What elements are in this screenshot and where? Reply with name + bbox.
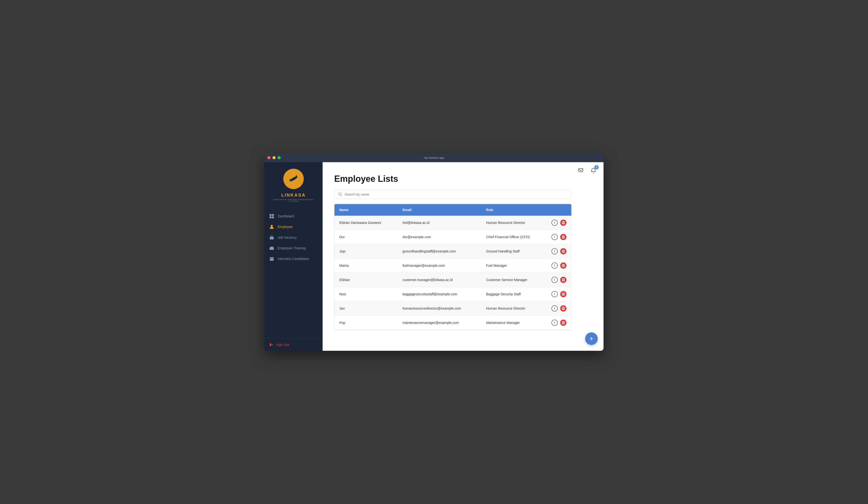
cell-role: Fuel Manager [481, 258, 547, 273]
sidebar-item-interview-candidates[interactable]: Interview Candidates [265, 253, 323, 264]
sidebar-item-interview-candidates-label: Interview Candidates [278, 257, 309, 261]
delete-button[interactable] [560, 319, 567, 326]
table-row: Eldriancustomer.manager@linkasa.ac.idCus… [334, 273, 571, 287]
cell-role: Ground Handling Staff [481, 244, 547, 258]
info-button[interactable]: i [551, 305, 558, 312]
delete-button[interactable] [560, 220, 567, 226]
info-button[interactable]: i [551, 262, 558, 269]
sidebar-item-employee[interactable]: Employee [265, 221, 323, 232]
svg-rect-11 [272, 217, 274, 218]
cell-actions: i [547, 244, 571, 258]
delete-button[interactable] [560, 291, 567, 297]
svg-rect-17 [270, 247, 273, 248]
cell-name: Eldrian [334, 273, 398, 287]
signout-label: Sign Out [276, 343, 289, 347]
titlebar: my-nextron-app [265, 154, 603, 162]
cell-name: Pop [334, 315, 398, 330]
sidebar-item-job-vacancy-label: Job Vacancy [278, 235, 297, 239]
col-role: Role [481, 204, 547, 216]
cell-email: customer.manager@linkasa.ac.id [398, 273, 481, 287]
cell-name: Eldrian Daniswara Giovanni [334, 216, 398, 230]
table-row: Dordor@example.comChief Financial Office… [334, 230, 571, 244]
search-bar [334, 190, 571, 199]
close-button[interactable] [267, 156, 270, 159]
sidebar: LINKASA INNOVATIVE AIRPORT MANAGEMENT SY… [265, 162, 323, 351]
logo-area: LINKASA INNOVATIVE AIRPORT MANAGEMENT SY… [265, 162, 323, 207]
cell-email: hrd@linkasa.ac.id [398, 216, 481, 230]
table-row: Noisbaggagesecuritystaff@example.comBagg… [334, 287, 571, 301]
page-title: Employee Lists [334, 174, 592, 184]
sidebar-item-employee-training[interactable]: Employee Training [265, 243, 323, 253]
svg-rect-18 [270, 257, 274, 261]
cell-email: baggagesecuritystaff@example.com [398, 287, 481, 301]
info-button[interactable]: i [551, 277, 558, 283]
search-icon [338, 192, 342, 196]
signout-button[interactable]: Sign Out [269, 343, 318, 347]
info-button[interactable]: i [551, 319, 558, 326]
cell-name: Nois [334, 287, 398, 301]
info-button[interactable]: i [551, 248, 558, 254]
cell-role: Chief Financial Officer (CFO) [481, 230, 547, 244]
cell-name: Dor [334, 230, 398, 244]
sidebar-item-dashboard[interactable]: Dashboard [265, 211, 323, 221]
svg-rect-9 [272, 214, 274, 216]
svg-point-26 [339, 193, 341, 195]
cell-actions: i [547, 216, 571, 230]
svg-point-15 [270, 248, 271, 249]
page-content: Employee Lists Name Ema [323, 162, 603, 342]
topbar: 4 [571, 162, 603, 179]
cell-actions: i [547, 230, 571, 244]
delete-button[interactable] [560, 234, 567, 240]
col-actions [547, 204, 571, 216]
svg-rect-10 [270, 217, 271, 218]
table-row: Janhumanresourcedirector@example.comHuma… [334, 301, 571, 315]
brand-name: LINKASA [281, 193, 306, 198]
info-button[interactable]: i [551, 220, 558, 226]
cell-email: maintenancemanager@example.com [398, 315, 481, 330]
cell-role: Human Resource Director [481, 216, 547, 230]
minimize-button[interactable] [272, 156, 276, 159]
svg-line-27 [341, 195, 342, 196]
brand-subtitle: INNOVATIVE AIRPORT MANAGEMENT SYSTEM [268, 199, 319, 202]
messages-button[interactable] [576, 166, 585, 175]
svg-point-12 [271, 225, 273, 227]
grid-icon [269, 214, 274, 219]
briefcase-icon [269, 235, 274, 240]
cell-name: Jan [334, 301, 398, 315]
maximize-button[interactable] [278, 156, 281, 159]
sidebar-item-job-vacancy[interactable]: Job Vacancy [265, 232, 323, 243]
employee-table: Name Email Role Eldrian Daniswara Giovan… [334, 204, 571, 330]
sidebar-item-employee-label: Employee [278, 225, 292, 229]
cell-actions: i [547, 301, 571, 315]
cell-email: humanresourcedirector@example.com [398, 301, 481, 315]
cell-actions: i [547, 315, 571, 330]
table-row: Eldrian Daniswara Giovannihrd@linkasa.ac… [334, 216, 571, 230]
notifications-button[interactable]: 4 [589, 166, 598, 175]
delete-button[interactable] [560, 277, 567, 283]
delete-button[interactable] [560, 248, 567, 254]
table-header-row: Name Email Role [334, 204, 571, 216]
cell-actions: i [547, 273, 571, 287]
notification-badge: 4 [594, 165, 599, 169]
delete-button[interactable] [560, 305, 567, 312]
delete-button[interactable] [560, 262, 567, 269]
svg-point-16 [272, 248, 273, 249]
search-input[interactable] [345, 192, 567, 196]
cell-role: Baggage Security Staff [481, 287, 547, 301]
cell-name: Jojo [334, 244, 398, 258]
col-email: Email [398, 204, 481, 216]
calendar-icon [269, 256, 274, 261]
cell-role: Maintenance Manager [481, 315, 547, 330]
cell-actions: i [547, 258, 571, 273]
info-button[interactable]: i [551, 291, 558, 297]
cell-email: dor@example.com [398, 230, 481, 244]
svg-rect-8 [270, 214, 271, 216]
cell-email: groundhandlingstaff@example.com [398, 244, 481, 258]
sidebar-bottom: Sign Out [265, 338, 323, 351]
table-row: Jojogroundhandlingstaff@example.comGroun… [334, 244, 571, 258]
main-content: 4 Employee Lists [323, 162, 603, 351]
svg-rect-13 [270, 237, 274, 239]
info-button[interactable]: i [551, 234, 558, 240]
table-row: Mamafuelmanager@example.comFuel Manager … [334, 258, 571, 273]
add-employee-button[interactable]: + [585, 332, 598, 345]
